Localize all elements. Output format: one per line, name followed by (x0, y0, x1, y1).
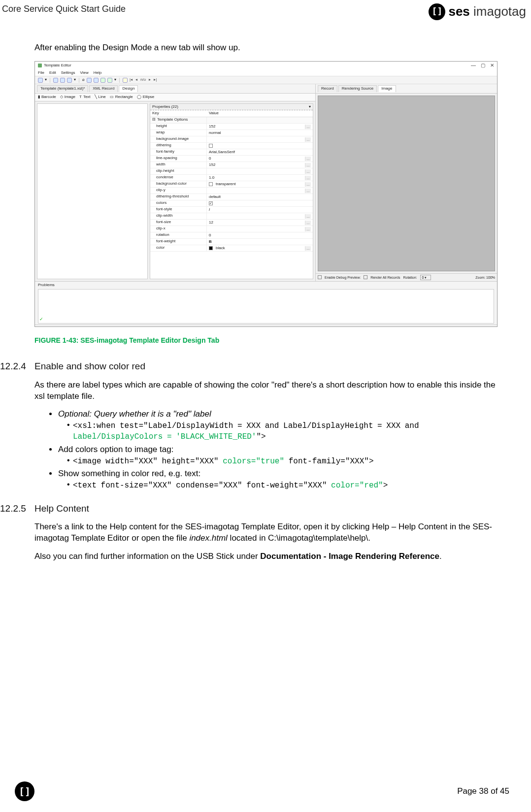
zoom-label: Zoom: 100% (475, 275, 495, 280)
menu-help[interactable]: Help (94, 70, 101, 75)
tab-image[interactable]: Image (378, 85, 396, 92)
code-snippet: <xsl:when test="Label/DisplayWidth = XXX… (73, 421, 497, 442)
page-number: Page 38 of 45 (457, 786, 509, 797)
tool-line[interactable]: ╲Line (95, 95, 106, 100)
document-title: Core Service Quick Start Guide (2, 3, 126, 15)
property-row[interactable]: background-colortransparent… (150, 181, 313, 188)
collapse-icon[interactable]: ▾ (309, 104, 311, 110)
tab-design[interactable]: Design (119, 85, 138, 92)
property-row[interactable]: font-weightB (150, 239, 313, 245)
problems-label: Problems (38, 283, 55, 287)
property-row[interactable]: width152… (150, 162, 313, 168)
menu-edit[interactable]: Edit (49, 70, 56, 75)
render-all-label: Render All Records (370, 275, 400, 280)
brand-logo-block: [] ses imagotag (429, 3, 526, 20)
property-row[interactable]: colors (150, 200, 313, 207)
tool-text[interactable]: TText (79, 95, 91, 100)
dropdown-icon[interactable]: ▾ (114, 77, 116, 83)
template-editor-screenshot: Template Editor — ▢ ✕ File Edit Settings… (34, 61, 498, 327)
minimize-icon[interactable]: — (471, 62, 476, 69)
window-buttons[interactable]: — ▢ ✕ (471, 62, 494, 69)
menu-settings[interactable]: Settings (61, 70, 75, 75)
property-row[interactable]: font-familyArial,SansSerif (150, 149, 313, 156)
property-row[interactable]: dithering (150, 143, 313, 149)
section-paragraph: As there are label types which are capab… (34, 380, 497, 402)
toolbar[interactable]: ▾ ▾ ⌕ ▾ |◂ ◂ n/o ▸ ▸| (35, 76, 497, 84)
property-row[interactable]: condense1.0… (150, 175, 313, 181)
search-icon[interactable]: ⌕ (82, 77, 85, 83)
tab-xml-record[interactable]: XML Record (89, 85, 118, 92)
menubar[interactable]: File Edit Settings View Help (35, 69, 497, 76)
record-navigator[interactable]: |◂ ◂ n/o ▸ ▸| (130, 77, 157, 83)
shape-toolbar[interactable]: ▮Barcode ◇Image TText ╲Line ▭Rectangle ◯… (35, 94, 315, 101)
footer-logo-icon: [] (15, 781, 34, 801)
property-row[interactable]: line-spacing0… (150, 156, 313, 162)
tool-image[interactable]: ◇Image (60, 95, 75, 100)
tab-record[interactable]: Record (318, 85, 337, 92)
design-canvas[interactable] (37, 103, 148, 279)
rotation-select[interactable]: 0 ▾ (420, 275, 431, 280)
preview-footer: Enable Debug Preview: Render All Records… (316, 273, 497, 281)
render-all-checkbox[interactable] (364, 275, 367, 279)
property-row[interactable]: clip-height… (150, 168, 313, 175)
next-icon[interactable]: ▸ (149, 77, 151, 83)
section-number: 12.2.5 (0, 502, 34, 515)
app-icon (38, 64, 42, 67)
nav-position: n/o (140, 77, 146, 83)
right-tab-bar[interactable]: Record Rendering Source Image (316, 84, 497, 94)
property-row[interactable]: font-size12… (150, 220, 313, 226)
dropdown-icon[interactable]: ▾ (45, 77, 47, 83)
tab-template[interactable]: Template (template1.xsl)* (37, 85, 88, 92)
property-row[interactable]: wrapnormal (150, 130, 313, 136)
figure-caption: FIGURE 1-43: SES-imagotag Template Edito… (34, 336, 497, 345)
property-row[interactable]: colorblack… (150, 245, 313, 252)
property-row[interactable]: clip-y… (150, 188, 313, 194)
left-tab-bar[interactable]: Template (template1.xsl)* XML Record Des… (35, 84, 315, 94)
debug-preview-label: Enable Debug Preview: (325, 275, 361, 280)
tool-rectangle[interactable]: ▭Rectangle (110, 95, 133, 100)
property-row[interactable]: rotation0 (150, 232, 313, 239)
property-row[interactable]: height152… (150, 124, 313, 130)
window-titlebar: Template Editor — ▢ ✕ (35, 62, 497, 69)
list-item-label: Add colors option to image tag: (58, 445, 173, 454)
menu-view[interactable]: View (80, 70, 89, 75)
brand-logo-icon: [] (429, 3, 445, 20)
record-icon[interactable] (123, 78, 128, 83)
property-row[interactable]: clip-x… (150, 226, 313, 232)
zoom-in-icon[interactable] (87, 78, 92, 83)
intro-paragraph: After enabling the Design Mode a new tab… (34, 42, 497, 54)
prev-icon[interactable]: ◂ (135, 77, 137, 83)
last-icon[interactable]: ▸| (154, 77, 157, 83)
close-icon[interactable]: ✕ (490, 62, 494, 69)
properties-grid[interactable]: ⊟Template Optionsheight152…wrapnormalbac… (150, 117, 313, 279)
property-row[interactable]: dithering-thresholddefault (150, 194, 313, 200)
save-all-icon[interactable] (60, 78, 65, 83)
maximize-icon[interactable]: ▢ (481, 62, 485, 69)
save-icon[interactable] (53, 78, 58, 83)
tool-barcode[interactable]: ▮Barcode (38, 95, 56, 100)
page-header: Core Service Quick Start Guide [] ses im… (0, 0, 531, 20)
tool-ellipse[interactable]: ◯Ellipse (137, 95, 155, 100)
tab-rendering-source[interactable]: Rendering Source (338, 85, 377, 92)
code-snippet: <image width="XXX" height="XXX" colors="… (73, 456, 497, 467)
zoom-out-icon[interactable] (94, 78, 99, 83)
menu-file[interactable]: File (38, 70, 44, 75)
problems-panel (38, 289, 494, 324)
debug-preview-checkbox[interactable] (318, 275, 322, 279)
new-icon[interactable] (38, 78, 43, 83)
list-item-label: Optional: Query whether it is a "red" la… (58, 409, 211, 419)
refresh-icon[interactable] (100, 78, 105, 83)
property-row[interactable]: background-image… (150, 136, 313, 143)
property-row[interactable]: font-styleI (150, 207, 313, 213)
brand-name-light: imagotag (470, 4, 526, 19)
property-row[interactable]: clip-width… (150, 213, 313, 220)
col-key: Key (150, 110, 207, 117)
status-bar: X: 9, Y: 112 (35, 325, 497, 327)
section-number: 12.2.4 (0, 360, 34, 373)
brand-name-bold: ses (448, 4, 469, 19)
copy-icon[interactable] (67, 78, 72, 83)
gear-icon[interactable] (107, 78, 112, 83)
first-icon[interactable]: |◂ (130, 77, 133, 83)
list-item-label: Show something in color red, e.g. text: (58, 469, 200, 478)
dropdown-icon[interactable]: ▾ (74, 77, 76, 83)
